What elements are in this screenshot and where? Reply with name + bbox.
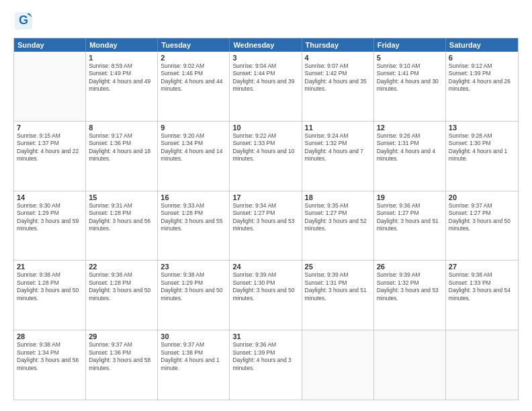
day-cell-13: 13Sunrise: 9:28 AM Sunset: 1:30 PM Dayli… xyxy=(446,122,518,191)
day-cell-3: 3Sunrise: 9:04 AM Sunset: 1:44 PM Daylig… xyxy=(230,52,302,121)
day-number: 2 xyxy=(161,54,226,62)
day-info: Sunrise: 9:38 AM Sunset: 1:33 PM Dayligh… xyxy=(449,271,515,302)
day-info: Sunrise: 9:12 AM Sunset: 1:39 PM Dayligh… xyxy=(449,62,515,93)
page: G SundayMondayTuesdayWednesdayThursdayFr… xyxy=(0,0,532,411)
day-number: 8 xyxy=(89,124,154,132)
day-info: Sunrise: 9:28 AM Sunset: 1:30 PM Dayligh… xyxy=(449,132,515,163)
day-cell-23: 23Sunrise: 9:38 AM Sunset: 1:29 PM Dayli… xyxy=(158,261,230,330)
day-number: 19 xyxy=(377,193,443,201)
day-cell-7: 7Sunrise: 9:15 AM Sunset: 1:37 PM Daylig… xyxy=(14,122,86,191)
day-number: 23 xyxy=(161,263,226,271)
day-cell-16: 16Sunrise: 9:33 AM Sunset: 1:28 PM Dayli… xyxy=(158,191,230,261)
day-info: Sunrise: 9:39 AM Sunset: 1:31 PM Dayligh… xyxy=(305,271,371,302)
day-cell-20: 20Sunrise: 9:37 AM Sunset: 1:27 PM Dayli… xyxy=(446,191,518,261)
day-number: 9 xyxy=(161,124,226,132)
day-number: 16 xyxy=(161,193,226,201)
day-info: Sunrise: 9:22 AM Sunset: 1:33 PM Dayligh… xyxy=(232,132,298,163)
day-cell-12: 12Sunrise: 9:26 AM Sunset: 1:31 PM Dayli… xyxy=(374,122,446,191)
day-cell-10: 10Sunrise: 9:22 AM Sunset: 1:33 PM Dayli… xyxy=(230,122,302,191)
day-number: 21 xyxy=(17,263,83,271)
day-number: 5 xyxy=(377,54,443,62)
day-number: 30 xyxy=(161,332,226,340)
day-cell-29: 29Sunrise: 9:37 AM Sunset: 1:36 PM Dayli… xyxy=(86,330,158,400)
empty-cell xyxy=(374,330,446,400)
day-info: Sunrise: 9:37 AM Sunset: 1:38 PM Dayligh… xyxy=(161,341,226,372)
day-info: Sunrise: 9:10 AM Sunset: 1:41 PM Dayligh… xyxy=(377,62,443,93)
day-info: Sunrise: 9:38 AM Sunset: 1:29 PM Dayligh… xyxy=(161,271,226,302)
calendar-week-4: 21Sunrise: 9:38 AM Sunset: 1:28 PM Dayli… xyxy=(14,261,518,330)
day-number: 28 xyxy=(17,332,83,340)
day-number: 10 xyxy=(232,124,298,132)
day-cell-22: 22Sunrise: 9:38 AM Sunset: 1:28 PM Dayli… xyxy=(86,261,158,330)
day-info: Sunrise: 9:31 AM Sunset: 1:28 PM Dayligh… xyxy=(89,202,154,233)
day-info: Sunrise: 9:37 AM Sunset: 1:27 PM Dayligh… xyxy=(449,202,515,233)
day-number: 1 xyxy=(89,54,154,62)
calendar-body: 1Sunrise: 8:59 AM Sunset: 1:49 PM Daylig… xyxy=(14,52,518,400)
day-info: Sunrise: 9:33 AM Sunset: 1:28 PM Dayligh… xyxy=(161,202,226,233)
day-number: 11 xyxy=(305,124,371,132)
day-number: 13 xyxy=(449,124,515,132)
calendar-week-1: 1Sunrise: 8:59 AM Sunset: 1:49 PM Daylig… xyxy=(14,52,518,122)
svg-text:G: G xyxy=(19,13,28,27)
day-cell-28: 28Sunrise: 9:38 AM Sunset: 1:34 PM Dayli… xyxy=(14,330,86,400)
day-info: Sunrise: 9:02 AM Sunset: 1:46 PM Dayligh… xyxy=(161,62,226,93)
header-day-sunday: Sunday xyxy=(14,38,86,52)
day-cell-31: 31Sunrise: 9:36 AM Sunset: 1:39 PM Dayli… xyxy=(230,330,302,400)
day-info: Sunrise: 9:15 AM Sunset: 1:37 PM Dayligh… xyxy=(17,132,83,163)
day-number: 14 xyxy=(17,193,83,201)
day-number: 27 xyxy=(449,263,515,271)
day-info: Sunrise: 9:39 AM Sunset: 1:32 PM Dayligh… xyxy=(377,271,443,302)
day-cell-9: 9Sunrise: 9:20 AM Sunset: 1:34 PM Daylig… xyxy=(158,122,230,191)
logo-icon: G xyxy=(13,11,34,31)
day-info: Sunrise: 9:38 AM Sunset: 1:28 PM Dayligh… xyxy=(17,271,83,302)
day-cell-19: 19Sunrise: 9:36 AM Sunset: 1:27 PM Dayli… xyxy=(374,191,446,261)
day-cell-2: 2Sunrise: 9:02 AM Sunset: 1:46 PM Daylig… xyxy=(158,52,230,121)
day-number: 26 xyxy=(377,263,443,271)
day-number: 24 xyxy=(232,263,298,271)
day-number: 17 xyxy=(232,193,298,201)
day-number: 20 xyxy=(449,193,515,201)
day-cell-4: 4Sunrise: 9:07 AM Sunset: 1:42 PM Daylig… xyxy=(302,52,374,121)
day-cell-14: 14Sunrise: 9:30 AM Sunset: 1:29 PM Dayli… xyxy=(14,191,86,261)
day-cell-26: 26Sunrise: 9:39 AM Sunset: 1:32 PM Dayli… xyxy=(374,261,446,330)
day-info: Sunrise: 9:04 AM Sunset: 1:44 PM Dayligh… xyxy=(232,62,298,93)
day-cell-8: 8Sunrise: 9:17 AM Sunset: 1:36 PM Daylig… xyxy=(86,122,158,191)
header-day-thursday: Thursday xyxy=(302,38,374,52)
calendar-week-5: 28Sunrise: 9:38 AM Sunset: 1:34 PM Dayli… xyxy=(14,330,518,400)
day-number: 7 xyxy=(17,124,83,132)
header: G xyxy=(13,11,519,31)
day-number: 6 xyxy=(449,54,515,62)
header-day-saturday: Saturday xyxy=(446,38,518,52)
empty-cell xyxy=(302,330,374,400)
day-number: 12 xyxy=(377,124,443,132)
day-info: Sunrise: 9:24 AM Sunset: 1:32 PM Dayligh… xyxy=(305,132,371,163)
day-number: 4 xyxy=(305,54,371,62)
logo: G xyxy=(13,11,35,31)
day-info: Sunrise: 9:36 AM Sunset: 1:27 PM Dayligh… xyxy=(377,202,443,233)
day-cell-17: 17Sunrise: 9:34 AM Sunset: 1:27 PM Dayli… xyxy=(230,191,302,261)
day-number: 31 xyxy=(232,332,298,340)
day-info: Sunrise: 8:59 AM Sunset: 1:49 PM Dayligh… xyxy=(89,62,154,93)
day-info: Sunrise: 9:38 AM Sunset: 1:34 PM Dayligh… xyxy=(17,341,83,372)
day-cell-18: 18Sunrise: 9:35 AM Sunset: 1:27 PM Dayli… xyxy=(302,191,374,261)
day-cell-5: 5Sunrise: 9:10 AM Sunset: 1:41 PM Daylig… xyxy=(374,52,446,121)
empty-cell xyxy=(446,330,518,400)
day-number: 22 xyxy=(89,263,154,271)
day-info: Sunrise: 9:37 AM Sunset: 1:36 PM Dayligh… xyxy=(89,341,154,372)
day-number: 3 xyxy=(232,54,298,62)
day-info: Sunrise: 9:35 AM Sunset: 1:27 PM Dayligh… xyxy=(305,202,371,233)
day-number: 25 xyxy=(305,263,371,271)
day-info: Sunrise: 9:34 AM Sunset: 1:27 PM Dayligh… xyxy=(232,202,298,233)
day-cell-24: 24Sunrise: 9:39 AM Sunset: 1:30 PM Dayli… xyxy=(230,261,302,330)
day-info: Sunrise: 9:26 AM Sunset: 1:31 PM Dayligh… xyxy=(377,132,443,163)
day-cell-21: 21Sunrise: 9:38 AM Sunset: 1:28 PM Dayli… xyxy=(14,261,86,330)
header-day-monday: Monday xyxy=(86,38,158,52)
day-info: Sunrise: 9:39 AM Sunset: 1:30 PM Dayligh… xyxy=(232,271,298,302)
calendar-week-3: 14Sunrise: 9:30 AM Sunset: 1:29 PM Dayli… xyxy=(14,191,518,261)
day-cell-27: 27Sunrise: 9:38 AM Sunset: 1:33 PM Dayli… xyxy=(446,261,518,330)
header-day-wednesday: Wednesday xyxy=(230,38,302,52)
calendar-header: SundayMondayTuesdayWednesdayThursdayFrid… xyxy=(14,38,518,52)
day-info: Sunrise: 9:17 AM Sunset: 1:36 PM Dayligh… xyxy=(89,132,154,163)
day-info: Sunrise: 9:20 AM Sunset: 1:34 PM Dayligh… xyxy=(161,132,226,163)
day-cell-25: 25Sunrise: 9:39 AM Sunset: 1:31 PM Dayli… xyxy=(302,261,374,330)
